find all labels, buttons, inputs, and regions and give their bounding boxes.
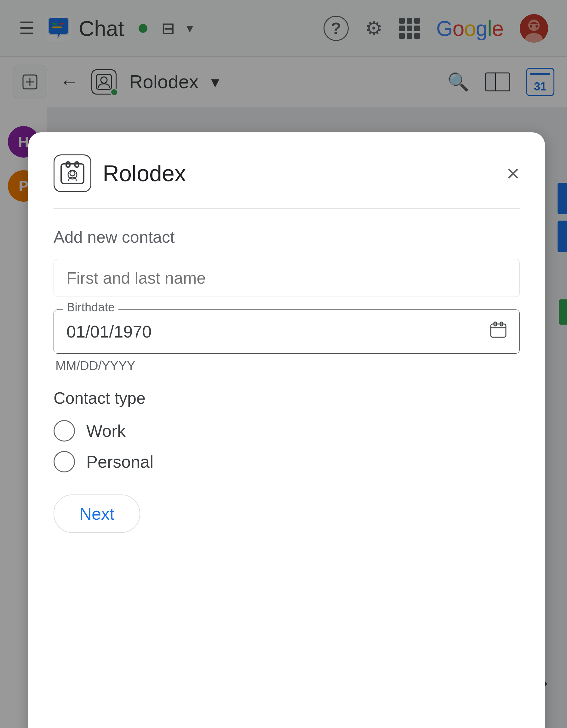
birthdate-label: Birthdate [63,301,119,314]
contact-type-radio-group: Work Personal [54,420,520,472]
birthdate-value: 01/01/1970 [67,322,490,341]
radio-item-work[interactable]: Work [54,420,520,442]
svg-point-18 [70,171,75,176]
add-contact-section-title: Add new contact [54,228,520,246]
contact-type-label: Contact type [54,389,520,407]
radio-label-work: Work [86,421,126,441]
radio-button-personal[interactable] [54,451,75,472]
modal-app-icon [54,154,91,192]
radio-button-work[interactable] [54,420,75,442]
modal-divider [54,208,520,209]
modal-header: Rolodex × [54,154,520,192]
rolodex-modal: Rolodex × Add new contact Birthdate 01/0… [28,132,545,728]
birthdate-input[interactable]: 01/01/1970 [54,309,520,354]
svg-rect-19 [491,324,506,337]
calendar-picker-icon[interactable] [490,321,507,342]
modal-close-button[interactable]: × [506,162,520,185]
name-input[interactable] [54,259,520,297]
radio-item-personal[interactable]: Personal [54,451,520,472]
svg-rect-14 [61,164,84,183]
birthdate-container: Birthdate 01/01/1970 [54,309,520,354]
next-button[interactable]: Next [54,494,140,533]
radio-label-personal: Personal [86,452,153,471]
modal-title: Rolodex [103,160,506,186]
birthdate-format-hint: MM/DD/YYYY [55,359,520,373]
